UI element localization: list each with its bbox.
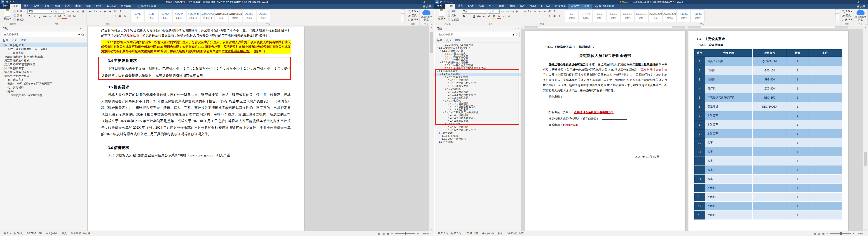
table-seq-cell[interactable]: 4: [694, 84, 705, 93]
tree-item[interactable]: ▾1.4.1.2 切割机: [434, 87, 521, 90]
scroll-down-icon[interactable]: ▼: [429, 228, 434, 230]
tab-文件[interactable]: 文件: [0, 4, 10, 8]
font-name-combo[interactable]: 宋体▾: [462, 9, 488, 13]
tree-item[interactable]: ▾1.4.1 设备明细表: [434, 73, 521, 76]
tree-item[interactable]: 1.3.1.2 安全管理人员: [434, 55, 521, 58]
scroll-down-icon[interactable]: ▼: [863, 228, 868, 230]
zoom-slider-thumb[interactable]: [840, 232, 842, 235]
table-cell[interactable]: 1: [787, 156, 808, 166]
change-case-button[interactable]: Aa: [76, 9, 80, 13]
nav-search-icon[interactable]: [516, 33, 518, 35]
vertical-scrollbar[interactable]: ▲▼: [863, 26, 868, 231]
table-cell[interactable]: QLSKB-180: [752, 57, 787, 66]
table-cell[interactable]: [752, 138, 787, 147]
table-seq-cell[interactable]: 6: [694, 102, 705, 111]
zoom-in-button[interactable]: +: [852, 232, 854, 235]
language-indicator[interactable]: 中文(中国): [44, 232, 59, 235]
zoom-percent[interactable]: 55%: [856, 232, 865, 235]
tree-item[interactable]: ▸1.6 信誉要求: [434, 140, 521, 143]
table-seq-cell[interactable]: 14: [694, 175, 705, 183]
tab-表设计[interactable]: 表设计: [568, 4, 581, 8]
nav-heading-item[interactable]: ▸第八章 合同条款及格式: [0, 70, 87, 74]
numbering-button[interactable]: 1.≡: [93, 9, 98, 13]
tree-item[interactable]: 1.3.1.3 特种作业人员: [434, 58, 521, 61]
tree-collapsed-icon[interactable]: ▸: [2, 43, 4, 47]
show-marks-button[interactable]: ¶: [118, 9, 122, 13]
table-cell[interactable]: [752, 175, 787, 183]
change-case-button[interactable]: Aa: [510, 9, 515, 13]
subscript-button[interactable]: x₂: [48, 14, 52, 18]
enclose-character-button[interactable]: Ⓐ: [502, 14, 506, 18]
language-indicator[interactable]: 中文(中国): [480, 232, 496, 235]
style-标题 6[interactable]: 1.1.1.1.1标题 6: [621, 9, 634, 22]
tree-item[interactable]: 1.3.2.2 关键岗位人员HSE培训承诺书: [434, 67, 521, 70]
tab-开始[interactable]: 开始: [445, 4, 455, 8]
undo-icon[interactable]: ↶: [9, 1, 11, 3]
gallery-down-icon[interactable]: ▼: [835, 14, 839, 18]
tab-视图[interactable]: 视图: [83, 4, 94, 8]
insert-mode-indicator[interactable]: 插入: [496, 232, 505, 235]
tree-item[interactable]: 1.4.1.5.2 设备合格证照片: [434, 129, 521, 131]
tree-expanded-icon[interactable]: ▾: [436, 46, 439, 49]
web-layout-icon[interactable]: ▦: [387, 232, 389, 235]
close-button[interactable]: ✕: [861, 0, 868, 4]
table-cell[interactable]: [808, 129, 842, 138]
tree-item[interactable]: 1.4.1.4.3 购买发票: [434, 120, 521, 123]
scroll-up-icon[interactable]: ▲: [863, 26, 868, 28]
table-cell[interactable]: [808, 120, 842, 129]
tree-expanded-icon[interactable]: ▾: [439, 61, 442, 64]
redo-icon[interactable]: ↷: [13, 1, 15, 3]
tab-视图[interactable]: 视图: [518, 4, 528, 8]
tree-expanded-icon[interactable]: ▾: [439, 49, 442, 52]
table-cell[interactable]: 1: [787, 183, 808, 193]
gallery-more-icon[interactable]: ▼: [835, 18, 839, 22]
page-indicator[interactable]: 第 112 页，共 172 页: [436, 232, 463, 235]
distribute-button[interactable]: ≡: [108, 13, 113, 18]
highlight-button[interactable]: ab: [57, 14, 62, 19]
tree-collapsed-icon[interactable]: ▸: [2, 66, 4, 70]
shrink-font-button[interactable]: A˅: [71, 9, 75, 13]
borders-button[interactable]: ⊞: [123, 13, 127, 18]
find-button[interactable]: 查找 ▾: [842, 9, 852, 13]
table-cell[interactable]: [808, 156, 842, 166]
table-cell[interactable]: 2.5t 货车: [705, 111, 752, 120]
table-cell[interactable]: [752, 129, 787, 138]
tab-帮助[interactable]: 帮助: [528, 4, 538, 8]
bold-button[interactable]: B: [462, 14, 466, 18]
show-marks-button[interactable]: ¶: [552, 9, 557, 13]
font-color-button[interactable]: A: [497, 14, 501, 19]
table-cell[interactable]: 2.5t 货车: [705, 120, 752, 129]
table-cell[interactable]: J3G-400: [752, 75, 787, 84]
tree-item[interactable]: 1.3.2.1 特种作业人员证书: [434, 64, 521, 67]
align-right-button[interactable]: ≡: [98, 13, 102, 18]
tree-expanded-icon[interactable]: ▾: [442, 111, 445, 114]
tree-item[interactable]: 1.4.1.2.2 设备合格证照片: [434, 93, 521, 96]
table-cell[interactable]: [808, 183, 842, 193]
table-cell[interactable]: NBC-350: [752, 93, 787, 102]
nav-search-dropdown-icon[interactable]: ▾: [513, 32, 514, 37]
tab-审阅[interactable]: 审阅: [507, 4, 518, 8]
zoom-slider[interactable]: [830, 233, 850, 234]
superscript-button[interactable]: x²: [487, 14, 491, 18]
tab-审阅[interactable]: 审阅: [73, 4, 83, 8]
save-to-baidu-netdisk-button[interactable]: 保存到百度网盘: [421, 9, 432, 22]
subscript-button[interactable]: x₂: [482, 14, 486, 18]
character-shading-button[interactable]: 字: [72, 14, 77, 18]
tree-expanded-icon[interactable]: ▾: [442, 123, 445, 126]
decrease-indent-button[interactable]: ⇤: [103, 9, 107, 13]
tree-item[interactable]: ▾1.4.1.5 起重机: [434, 123, 521, 126]
underline-button[interactable]: U: [472, 14, 476, 18]
tab-布局[interactable]: 布局: [41, 4, 52, 8]
tree-item[interactable]: ▾1.5 财务要求: [434, 131, 521, 135]
tab-布局[interactable]: 布局: [581, 4, 592, 8]
share-button[interactable]: 共享: [423, 5, 431, 8]
table-cell[interactable]: 发电机: [705, 193, 752, 202]
tab-百度网盘[interactable]: 百度网盘: [118, 4, 134, 8]
word-count[interactable]: 13102 个字: [463, 232, 480, 235]
replace-button[interactable]: ab替换: [408, 13, 418, 18]
tree-item[interactable]: ▾1.4 主要设备要求: [434, 70, 521, 73]
shading-button[interactable]: ▦: [552, 13, 557, 18]
table-cell[interactable]: [752, 202, 787, 211]
tree-item[interactable]: ▾1.3 关键岗位人员和队伍要求: [434, 46, 521, 49]
superscript-button[interactable]: x²: [53, 14, 57, 18]
